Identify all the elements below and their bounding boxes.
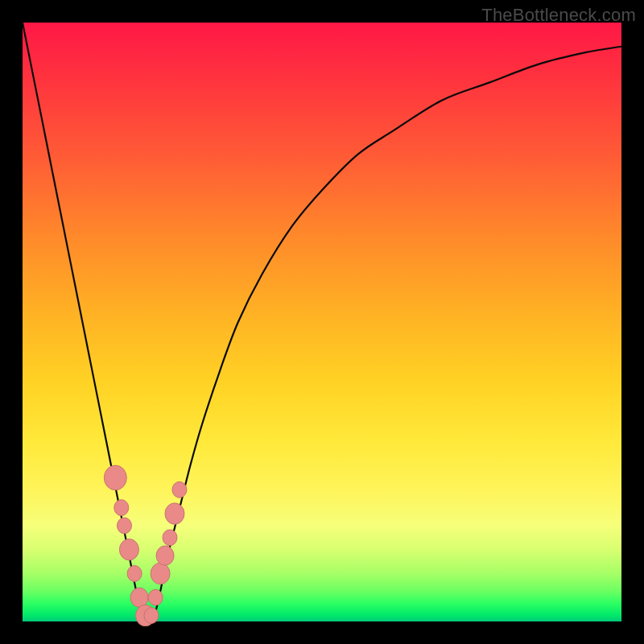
marker-point: [144, 608, 159, 624]
chart-frame: TheBottleneck.com: [0, 0, 644, 644]
marker-point: [172, 481, 187, 497]
marker-point: [117, 518, 131, 534]
attribution-text: TheBottleneck.com: [481, 5, 636, 26]
marker-point: [156, 546, 174, 565]
marker-point: [130, 588, 148, 607]
marker-point: [104, 465, 126, 490]
marker-point: [163, 530, 177, 546]
marker-point: [165, 503, 184, 524]
plot-area: [23, 23, 621, 621]
marker-point: [114, 500, 129, 516]
marker-point: [148, 589, 163, 605]
marker-point: [151, 563, 170, 584]
marker-point: [127, 566, 142, 582]
marker-group: [104, 465, 187, 626]
bottleneck-curve: [23, 23, 621, 621]
curve-layer: [23, 23, 621, 621]
marker-point: [119, 539, 138, 560]
